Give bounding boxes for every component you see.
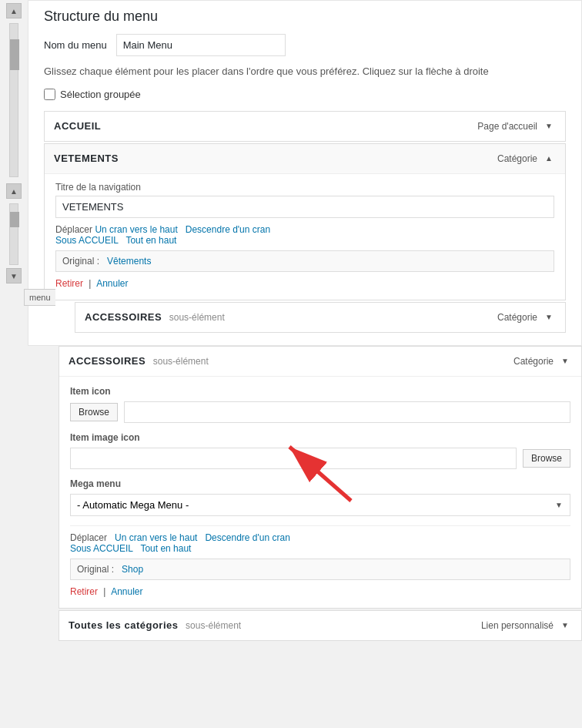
menu-item-accessoires-collapsed: ACCESSOIRES sous-élément Catégorie — [75, 302, 566, 333]
sub-sous-accueil-link[interactable]: Sous ACCUEIL — [70, 543, 133, 554]
scroll-thumb[interactable] — [10, 39, 19, 70]
instruction-text: Glissez chaque élément pour les placer d… — [44, 64, 566, 79]
sub-deplacer-label: Déplacer — [70, 532, 107, 543]
mega-menu-select[interactable]: - Automatic Mega Menu - — [70, 494, 570, 516]
expanded-sub-action-links: Déplacer Un cran vers le haut Descendre … — [70, 532, 570, 554]
sous-accueil-link[interactable]: Sous ACCUEIL — [55, 235, 119, 246]
sidebar-scrollbar: ▲ ▲ ▼ — [0, 0, 28, 728]
descendre-cran-link[interactable]: Descendre d'un cran — [186, 224, 270, 235]
separator: | — [89, 278, 91, 289]
accessoires-exp-chevron-icon — [558, 354, 572, 368]
nav-title-input[interactable] — [55, 196, 554, 218]
bottom-sub-item: Toutes les catégories sous-élément Lien … — [59, 610, 582, 641]
item-icon-browse-btn[interactable]: Browse — [70, 403, 118, 421]
item-image-input[interactable] — [70, 448, 517, 469]
accueil-type-label: Page d'accueil — [477, 121, 537, 132]
un-cran-haut-link[interactable]: Un cran vers le haut — [95, 224, 177, 235]
bottom-sub-header[interactable]: Toutes les catégories sous-élément Lien … — [59, 611, 581, 640]
accessoires-expanded-section: ACCESSOIRES sous-élément Catégorie Item … — [59, 346, 582, 609]
menu-item-vetements: VETEMENTS Catégorie Titre de la navigati… — [44, 143, 566, 300]
deplacer-label: Déplacer — [55, 224, 92, 235]
scroll-up-btn[interactable]: ▲ — [6, 3, 22, 18]
vetements-type-label: Catégorie — [497, 153, 537, 164]
bottom-sub-type-label: Lien personnalisé — [481, 620, 554, 631]
item-icon-label: Item icon — [70, 386, 570, 397]
original-label: Original : — [62, 256, 99, 267]
original-link[interactable]: Vêtements — [107, 256, 151, 267]
scroll-thumb-inner[interactable] — [10, 212, 19, 227]
expanded-sub-remove-links: Retirer | Annuler — [70, 586, 570, 597]
item-image-icon-label: Item image icon — [70, 432, 570, 443]
mega-menu-label: Mega menu — [70, 478, 570, 489]
vetements-chevron-icon — [542, 152, 556, 166]
menu-name-input[interactable] — [116, 34, 286, 56]
item-icon-group: Item icon Browse — [70, 386, 570, 423]
accessoires-expanded-header[interactable]: ACCESSOIRES sous-élément Catégorie — [59, 347, 581, 377]
mega-menu-select-wrapper: - Automatic Mega Menu - — [70, 494, 570, 516]
vetements-remove-links: Retirer | Annuler — [55, 278, 554, 289]
accessoires-expanded-body: Item icon Browse Item image icon Browse — [59, 377, 581, 608]
bottom-sub-title-area: Toutes les catégories sous-élément — [69, 619, 241, 631]
checkbox-row: Sélection groupée — [44, 89, 566, 100]
vetements-action-links: Déplacer Un cran vers le haut Descendre … — [55, 224, 554, 246]
vetements-expanded-body: Titre de la navigation Déplacer Un cran … — [45, 173, 565, 300]
vetements-title: VETEMENTS — [54, 153, 119, 164]
vetements-original-row: Original : Vêtements — [55, 250, 554, 272]
bottom-sub-label: sous-élément — [186, 620, 241, 631]
accessoires-chevron-icon — [542, 310, 556, 324]
main-content: menu Structure du menu Nom du menu Gliss… — [28, 0, 582, 728]
scroll-up-inner-btn[interactable]: ▲ — [6, 183, 22, 199]
bottom-sub-title: Toutes les catégories — [69, 619, 178, 631]
accessoires-type-label: Catégorie — [497, 312, 537, 323]
scroll-track — [9, 23, 18, 177]
retirer-link[interactable]: Retirer — [55, 278, 83, 289]
page-title: Structure du menu — [44, 8, 566, 25]
accessoires-exp-type-label: Catégorie — [513, 356, 554, 367]
sub-un-cran-haut-link[interactable]: Un cran vers le haut — [115, 532, 197, 543]
scroll-track-inner — [9, 203, 18, 265]
sub-annuler-link[interactable]: Annuler — [111, 586, 142, 597]
accueil-chevron-icon — [542, 119, 556, 133]
mega-menu-group: Mega menu - Automatic Mega Menu - — [70, 478, 570, 516]
divider — [70, 525, 570, 526]
accessoires-sub-label: sous-élément — [169, 312, 225, 323]
sub-tout-en-haut-link[interactable]: Tout en haut — [140, 543, 191, 554]
accessoires-exp-sub-label: sous-élément — [153, 356, 209, 367]
accueil-title: ACCUEIL — [54, 120, 101, 132]
accessoires-header[interactable]: ACCESSOIRES sous-élément Catégorie — [75, 303, 565, 332]
accessoires-exp-title-area: ACCESSOIRES sous-élément — [69, 355, 209, 367]
sub-descendre-cran-link[interactable]: Descendre d'un cran — [205, 532, 289, 543]
expanded-sub-original-row: Original : Shop — [70, 559, 570, 580]
sub-original-link[interactable]: Shop — [122, 564, 143, 575]
item-image-browse-row: Browse — [70, 448, 570, 469]
bottom-sub-chevron-icon — [558, 619, 572, 632]
menu-name-label: Nom du menu — [44, 39, 107, 51]
item-image-icon-group: Item image icon Browse — [70, 432, 570, 469]
nav-title-label: Titre de la navigation — [55, 182, 554, 193]
bottom-sub-type-area: Lien personnalisé — [481, 619, 572, 632]
sub-separator: | — [103, 586, 105, 597]
item-icon-input[interactable] — [124, 401, 570, 423]
menu-name-row: Nom du menu — [44, 34, 566, 56]
menu-item-accueil-header[interactable]: ACCUEIL Page d'accueil — [45, 112, 565, 141]
accessoires-title-area: ACCESSOIRES sous-élément — [85, 311, 225, 323]
menu-item-accueil: ACCUEIL Page d'accueil — [44, 111, 566, 142]
accueil-type-area: Page d'accueil — [477, 119, 556, 133]
accessoires-type-area: Catégorie — [497, 310, 556, 324]
accessoires-title: ACCESSOIRES — [85, 311, 162, 323]
sub-original-label: Original : — [77, 564, 114, 575]
selection-groupee-checkbox[interactable] — [44, 89, 55, 100]
item-icon-browse-row: Browse — [70, 401, 570, 423]
vetements-type-area: Catégorie — [497, 152, 556, 166]
accessoires-exp-type-area: Catégorie — [513, 354, 572, 368]
accessoires-exp-title: ACCESSOIRES — [69, 355, 146, 367]
structure-menu-section: Structure du menu Nom du menu Glissez ch… — [28, 0, 582, 346]
item-image-browse-btn[interactable]: Browse — [523, 449, 570, 468]
scroll-down-inner-btn[interactable]: ▼ — [6, 268, 22, 283]
sub-retirer-link[interactable]: Retirer — [70, 586, 98, 597]
menu-item-vetements-header[interactable]: VETEMENTS Catégorie — [45, 144, 565, 173]
annuler-link[interactable]: Annuler — [96, 278, 128, 289]
selection-groupee-label: Sélection groupée — [60, 89, 141, 100]
tout-en-haut-link[interactable]: Tout en haut — [125, 235, 176, 246]
menu-tab[interactable]: menu — [24, 289, 55, 306]
